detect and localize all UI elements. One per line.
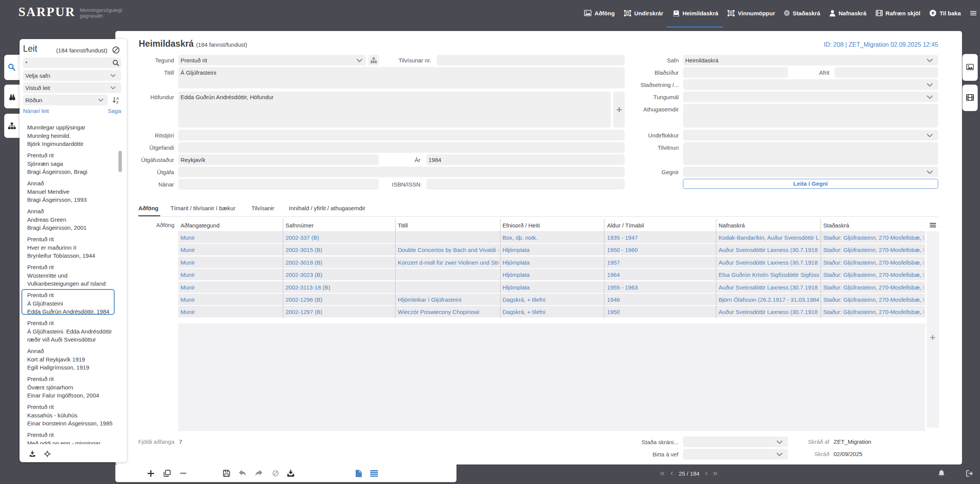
svg-text:Z: Z [117, 100, 119, 104]
svg-text:A: A [117, 96, 119, 100]
